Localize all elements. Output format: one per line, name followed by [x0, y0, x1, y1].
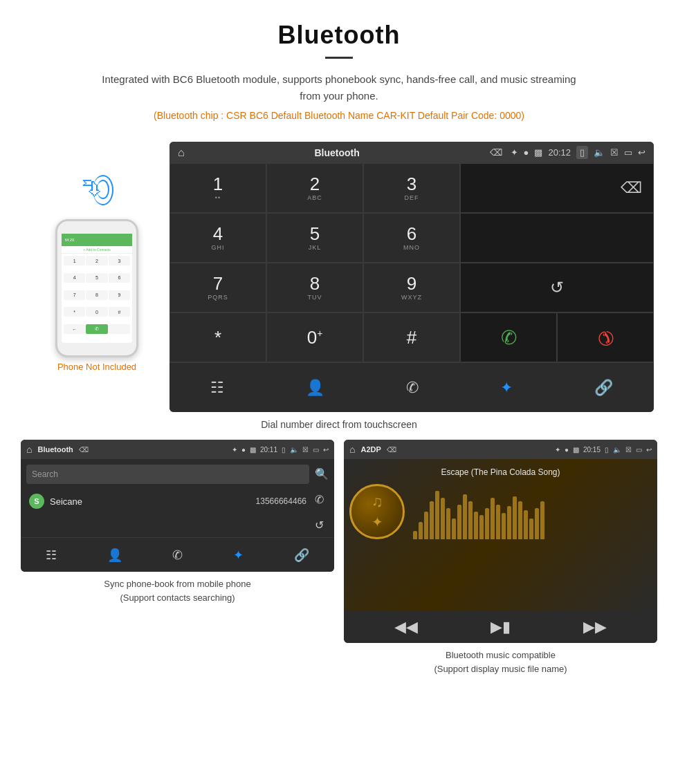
- phone-key-6[interactable]: 6: [109, 273, 130, 283]
- key-4[interactable]: 4 GHI: [170, 213, 266, 263]
- phone-key-7[interactable]: 7: [64, 290, 85, 300]
- pb-user-icon[interactable]: 👤: [107, 548, 122, 563]
- key-2[interactable]: 2 ABC: [266, 163, 363, 213]
- key-1[interactable]: 1 ••: [170, 163, 266, 213]
- pb-keypad-icon[interactable]: ☷: [46, 548, 57, 563]
- eq-bar: [502, 513, 506, 539]
- phonebook-search[interactable]: Search: [26, 465, 309, 484]
- refresh-area[interactable]: ↺: [460, 263, 654, 312]
- volume-icon[interactable]: 🔈: [594, 147, 605, 158]
- play-pause-icon[interactable]: ▶▮: [491, 618, 511, 636]
- time-display: 20:12: [548, 147, 571, 158]
- camera-icon[interactable]: ▯: [576, 146, 588, 159]
- pb-search-side-icon[interactable]: 🔍: [315, 467, 329, 480]
- dial-caption: Dial number direct from touchscreen: [0, 419, 678, 430]
- keypad-icon[interactable]: ☷: [210, 379, 224, 397]
- eq-bar: [524, 510, 528, 539]
- phone-key-hash[interactable]: #: [109, 307, 130, 317]
- phone-key-1[interactable]: 1: [64, 256, 85, 265]
- eq-bar: [419, 522, 423, 539]
- phone-key-extra[interactable]: [109, 324, 130, 334]
- eq-bar: [496, 505, 500, 539]
- pb-back-icon[interactable]: ↩: [323, 446, 329, 454]
- key-star[interactable]: *: [170, 312, 266, 362]
- music-back-icon[interactable]: ↩: [646, 446, 652, 454]
- phone-key-9[interactable]: 9: [109, 290, 130, 300]
- backspace-area[interactable]: ⌫: [460, 163, 654, 213]
- music-location-icon: ●: [565, 446, 569, 454]
- phone-key-back[interactable]: ←: [64, 324, 85, 334]
- hangup-button[interactable]: ✆: [557, 312, 654, 362]
- close-icon[interactable]: ☒: [610, 147, 619, 158]
- key-9[interactable]: 9 WXYZ: [363, 263, 460, 312]
- bluetooth-icon-area: ⮷: [76, 169, 118, 214]
- phone-key-8[interactable]: 8: [86, 290, 107, 300]
- pb-body: Search S Seicane 13566664466 🔍 ✆ ↺: [21, 459, 334, 537]
- pb-min-icon[interactable]: ▭: [313, 446, 319, 454]
- phone-key-2[interactable]: 2: [86, 256, 107, 265]
- contact-avatar: S: [29, 494, 44, 509]
- pb-link-bottom-icon[interactable]: 🔗: [294, 548, 309, 563]
- pb-close-icon[interactable]: ☒: [302, 446, 309, 454]
- pb-title: Bluetooth: [37, 445, 73, 454]
- call-button[interactable]: ✆: [460, 312, 557, 362]
- phone-aside: ⮷ M:20 + Add to Contacts 1 2 3 4 5 6: [24, 142, 170, 372]
- eq-bar: [435, 491, 439, 539]
- dial-bottom-bar: ☷ 👤 ✆ ✦ 🔗: [170, 362, 654, 412]
- eq-bar: [529, 519, 533, 539]
- music-min-icon[interactable]: ▭: [636, 446, 642, 454]
- empty-area-2: [460, 213, 654, 263]
- eq-bar: [540, 501, 544, 539]
- eq-bar: [441, 498, 445, 539]
- pb-list-area: Search S Seicane 13566664466: [26, 465, 309, 532]
- key-8[interactable]: 8 TUV: [266, 263, 363, 312]
- phone-image: M:20 + Add to Contacts 1 2 3 4 5 6 7 8 9…: [55, 219, 138, 357]
- phone-key-star[interactable]: *: [64, 307, 85, 317]
- phone-screen-topbar: M:20: [62, 234, 132, 246]
- prev-icon[interactable]: ◀◀: [394, 618, 418, 636]
- contact-number: 13566664466: [256, 496, 306, 506]
- phonebook-entry[interactable]: S Seicane 13566664466: [26, 489, 309, 513]
- back-icon[interactable]: ↩: [638, 147, 645, 158]
- key-0[interactable]: 0+: [266, 312, 363, 362]
- key-3[interactable]: 3 DEF: [363, 163, 460, 213]
- key-hash[interactable]: #: [363, 312, 460, 362]
- music-vol-icon: 🔈: [613, 446, 621, 454]
- pb-phone-icon[interactable]: ✆: [172, 548, 183, 563]
- key-7[interactable]: 7 PQRS: [170, 263, 266, 312]
- album-art: ♫ ✦: [349, 484, 405, 539]
- minimize-icon[interactable]: ▭: [624, 147, 632, 158]
- eq-bar: [491, 498, 495, 539]
- eq-bar: [446, 508, 450, 539]
- pb-usb-icon: ⌫: [79, 446, 89, 454]
- call-log-icon[interactable]: ✆: [406, 379, 419, 397]
- key-6[interactable]: 6 MNO: [363, 213, 460, 263]
- usb-icon: ⌫: [490, 147, 502, 158]
- pb-bt-bottom-icon[interactable]: ✦: [233, 548, 244, 563]
- eq-bar: [463, 494, 467, 539]
- pb-call-side-icon[interactable]: ✆: [315, 493, 329, 506]
- dial-topbar-title: Bluetooth: [193, 147, 482, 158]
- page-title: Bluetooth: [14, 21, 664, 50]
- eq-bar: [485, 508, 489, 539]
- pb-refresh-side-icon[interactable]: ↺: [315, 519, 329, 532]
- bluetooth-bt-icon[interactable]: ✦: [500, 379, 513, 397]
- phone-key-3[interactable]: 3: [109, 256, 130, 265]
- phone-key-4[interactable]: 4: [64, 273, 85, 283]
- music-camera-icon: ▯: [605, 446, 609, 454]
- pb-home-icon[interactable]: ⌂: [26, 444, 32, 455]
- home-icon[interactable]: ⌂: [178, 147, 185, 159]
- dial-grid: 1 •• 2 ABC 3 DEF ⌫ 4 GHI 5 JKL: [170, 163, 654, 412]
- music-screen-wrap: ⌂ A2DP ⌫ ✦ ● ▩ 20:15 ▯ 🔈 ☒ ▭ ↩ Escape (T…: [344, 440, 657, 675]
- key-5[interactable]: 5 JKL: [266, 213, 363, 263]
- link-icon[interactable]: 🔗: [594, 379, 613, 397]
- phone-key-0[interactable]: 0: [86, 307, 107, 317]
- bt-waves: ⮷: [76, 169, 118, 211]
- music-close-icon[interactable]: ☒: [625, 446, 632, 454]
- phone-key-call[interactable]: ✆: [86, 324, 107, 334]
- next-icon[interactable]: ▶▶: [583, 618, 607, 636]
- music-home-icon[interactable]: ⌂: [349, 444, 355, 455]
- contacts-icon[interactable]: 👤: [306, 379, 324, 397]
- phone-key-5[interactable]: 5: [86, 273, 107, 283]
- pb-side-icons: 🔍 ✆ ↺: [315, 465, 329, 532]
